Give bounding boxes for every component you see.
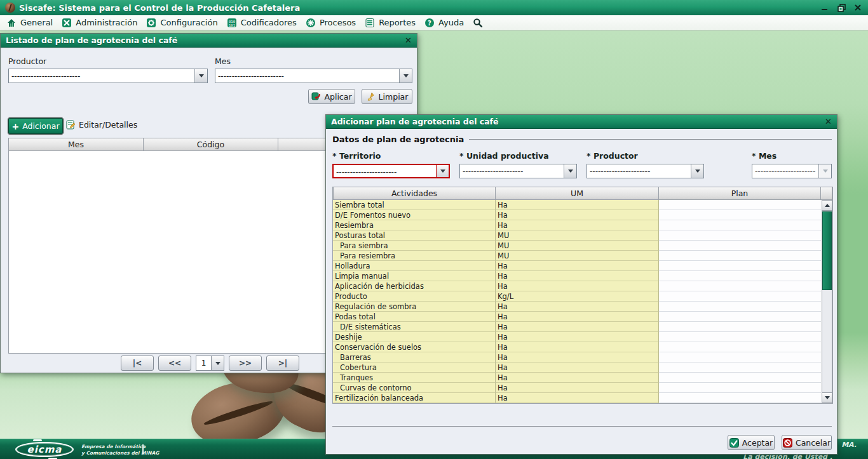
table-row[interactable]: Cobertura Ha bbox=[333, 363, 832, 373]
scroll-up-button[interactable] bbox=[822, 201, 832, 211]
table-row[interactable]: Barreras Ha bbox=[333, 352, 832, 363]
menu-item-administracion[interactable]: Administración bbox=[62, 18, 137, 28]
productor-filter-label: Productor bbox=[8, 57, 46, 66]
plan-cell[interactable] bbox=[659, 363, 821, 373]
actividad-cell: Fertilización balanceada bbox=[333, 393, 496, 403]
table-row[interactable]: Para siembra MU bbox=[333, 241, 832, 251]
table-row[interactable]: Tranques Ha bbox=[333, 373, 832, 383]
table-row[interactable]: Deshije Ha bbox=[333, 332, 832, 342]
listado-header-mes[interactable]: Mes bbox=[8, 138, 144, 151]
um-cell: Ha bbox=[496, 363, 659, 373]
close-button[interactable] bbox=[853, 3, 863, 13]
menu-item-ayuda[interactable]: ? Ayuda bbox=[424, 18, 464, 28]
plan-cell[interactable] bbox=[659, 352, 821, 363]
vertical-scrollbar[interactable] bbox=[822, 200, 832, 403]
table-row[interactable]: D/E Fomentos nuevo Ha bbox=[333, 210, 832, 220]
plan-cell[interactable] bbox=[659, 281, 821, 291]
table-row[interactable]: Posturas total MU bbox=[333, 230, 832, 241]
section-divider bbox=[469, 139, 832, 140]
header-um[interactable]: UM bbox=[496, 187, 659, 200]
menu-item-procesos[interactable]: Procesos bbox=[306, 18, 356, 28]
plan-cell[interactable] bbox=[659, 302, 821, 312]
table-row[interactable]: Limpia manual Ha bbox=[333, 271, 832, 281]
table-row[interactable]: Siembra total Ha bbox=[333, 200, 832, 210]
table-row[interactable]: Regulación de sombra Ha bbox=[333, 302, 832, 312]
plan-cell[interactable] bbox=[659, 342, 821, 352]
plan-cell[interactable] bbox=[659, 373, 821, 383]
close-icon[interactable]: ✕ bbox=[825, 117, 832, 126]
plan-cell[interactable] bbox=[659, 322, 821, 332]
plan-cell[interactable] bbox=[659, 200, 821, 210]
pagination-page-dropdown-button[interactable] bbox=[211, 356, 224, 371]
pagination-first-button[interactable]: |< bbox=[121, 356, 154, 371]
menu-item-codificadores[interactable]: 010 101 Codificadores bbox=[227, 18, 297, 28]
footer-divider bbox=[142, 444, 144, 455]
plan-cell[interactable] bbox=[659, 261, 821, 271]
editar-detalles-button[interactable]: Editar/Detalles bbox=[66, 120, 137, 130]
menu-search[interactable] bbox=[473, 18, 483, 28]
cancelar-button[interactable]: Cancelar bbox=[782, 435, 832, 450]
listado-header-codigo[interactable]: Código bbox=[144, 138, 278, 151]
mes-filter-label: Mes bbox=[215, 57, 231, 66]
table-row[interactable]: D/E sistemáticas Ha bbox=[333, 322, 832, 332]
plan-cell[interactable] bbox=[659, 251, 821, 261]
mes-combo-button[interactable] bbox=[399, 69, 412, 83]
mes-filter-combo[interactable]: ------------------------ bbox=[215, 69, 412, 83]
territorio-combo-button[interactable] bbox=[436, 165, 449, 177]
plan-cell[interactable] bbox=[659, 383, 821, 393]
table-row[interactable]: Para resiembra MU bbox=[333, 251, 832, 261]
header-plan[interactable]: Plan bbox=[659, 187, 821, 200]
plan-cell[interactable] bbox=[659, 210, 821, 220]
plan-cell[interactable] bbox=[659, 393, 821, 403]
productor-label: * Productor bbox=[587, 151, 638, 161]
unidad-combo-button[interactable] bbox=[564, 164, 576, 178]
pagination-last-button[interactable]: >| bbox=[266, 356, 299, 371]
table-row[interactable]: Conservación de suelos Ha bbox=[333, 342, 832, 352]
adicionar-button[interactable]: + Adicionar bbox=[8, 118, 63, 134]
listado-dialog-titlebar[interactable]: Listado de plan de agrotecnia del café ✕ bbox=[1, 34, 417, 48]
plan-cell[interactable] bbox=[659, 291, 821, 302]
plan-cell[interactable] bbox=[659, 332, 821, 342]
minimize-button[interactable] bbox=[820, 3, 830, 13]
adicionar-dialog-titlebar[interactable]: Adicionar plan de agrotecnia del café ✕ bbox=[326, 115, 837, 129]
scroll-down-button[interactable] bbox=[822, 392, 832, 402]
productor-value: ---------------------- bbox=[587, 164, 691, 178]
menu-item-general[interactable]: General bbox=[6, 18, 53, 28]
productor-combo-button[interactable] bbox=[691, 164, 703, 178]
mes-combo-button[interactable] bbox=[818, 164, 831, 178]
pagination-next-button[interactable]: >> bbox=[229, 356, 262, 371]
aceptar-button[interactable]: Aceptar bbox=[728, 435, 775, 450]
mes-combo[interactable]: ---------------------- bbox=[752, 164, 832, 178]
close-icon[interactable]: ✕ bbox=[405, 36, 412, 45]
plan-cell[interactable] bbox=[659, 230, 821, 241]
scrollbar-thumb[interactable] bbox=[822, 211, 832, 290]
actividad-cell: Siembra total bbox=[333, 200, 496, 210]
plan-cell[interactable] bbox=[659, 312, 821, 322]
restore-button[interactable] bbox=[836, 3, 846, 13]
table-row[interactable]: Podas total Ha bbox=[333, 312, 832, 322]
table-row[interactable]: Fertilización balanceada Ha bbox=[333, 393, 832, 403]
aplicar-button[interactable]: Aplicar bbox=[308, 89, 355, 104]
productor-combo[interactable]: ---------------------- bbox=[587, 164, 704, 178]
table-row[interactable]: Producto Kg/L bbox=[333, 291, 832, 302]
table-row[interactable]: Holladura Ha bbox=[333, 261, 832, 271]
unidad-productiva-combo[interactable]: ---------------------- bbox=[459, 164, 577, 178]
plan-cell[interactable] bbox=[659, 241, 821, 251]
limpiar-button[interactable]: Limpiar bbox=[362, 89, 412, 104]
pagination-prev-button[interactable]: << bbox=[158, 356, 191, 371]
productor-filter-combo[interactable]: ------------------------- bbox=[8, 69, 208, 83]
table-row[interactable]: Curvas de contorno Ha bbox=[333, 383, 832, 393]
menu-item-configuracion[interactable]: Configuración bbox=[146, 18, 217, 28]
plan-cell[interactable] bbox=[659, 220, 821, 230]
table-row[interactable]: Resiembra Ha bbox=[333, 220, 832, 230]
table-row[interactable]: Aplicación de herbicidas Ha bbox=[333, 281, 832, 291]
um-cell: MU bbox=[496, 241, 659, 251]
productor-combo-button[interactable] bbox=[194, 69, 207, 83]
plan-cell[interactable] bbox=[659, 271, 821, 281]
header-actividades[interactable]: Actividades bbox=[333, 187, 496, 200]
um-cell: Ha bbox=[496, 322, 659, 332]
pagination-page-combo[interactable]: 1 bbox=[196, 356, 224, 371]
menu-item-label: Configuración bbox=[160, 18, 217, 27]
menu-item-reportes[interactable]: Reportes bbox=[365, 18, 416, 28]
territorio-combo[interactable]: ---------------------- bbox=[332, 164, 450, 178]
